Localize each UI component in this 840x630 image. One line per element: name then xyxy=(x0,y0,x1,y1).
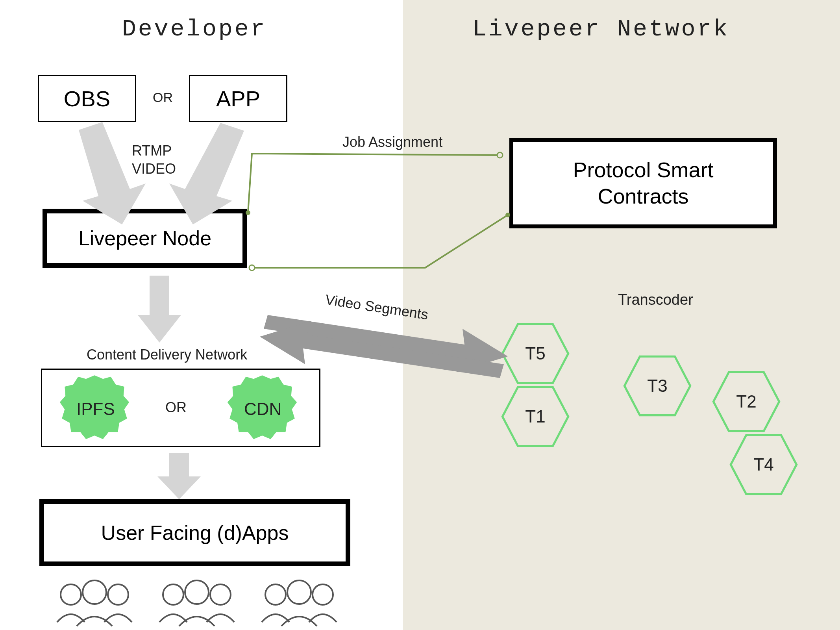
developer-heading: Developer xyxy=(122,16,266,43)
ipfs-label: IPFS xyxy=(76,399,115,419)
svg-point-23 xyxy=(265,584,286,605)
cdn-heading: Content Delivery Network xyxy=(87,346,247,363)
or-top-label: OR xyxy=(153,90,173,105)
user-apps-label: User Facing (d)Apps xyxy=(101,521,289,545)
video-label: VIDEO xyxy=(132,161,176,177)
transcoder-label: Transcoder xyxy=(618,291,693,308)
obs-box: OBS xyxy=(38,75,136,122)
rtmp-label: RTMP xyxy=(132,143,172,159)
cdn-label: CDN xyxy=(244,399,281,419)
transcoder-t2: T2 xyxy=(711,370,782,433)
psc-line1: Protocol Smart xyxy=(573,157,713,183)
or-cdn-label: OR xyxy=(165,399,187,416)
app-box: APP xyxy=(189,75,287,122)
svg-point-24 xyxy=(287,580,311,604)
t5-label: T5 xyxy=(525,344,545,363)
svg-marker-12 xyxy=(138,315,181,343)
transcoder-t4: T4 xyxy=(728,433,799,496)
protocol-smart-contracts-box: Protocol Smart Contracts xyxy=(509,138,777,228)
svg-point-17 xyxy=(61,584,81,605)
app-label: APP xyxy=(216,86,260,111)
svg-rect-13 xyxy=(169,453,189,476)
svg-marker-14 xyxy=(157,476,201,499)
ipfs-badge: IPFS xyxy=(59,372,130,443)
svg-rect-11 xyxy=(150,276,169,315)
t3-label: T3 xyxy=(647,376,667,396)
svg-point-22 xyxy=(210,584,231,605)
network-heading: Livepeer Network xyxy=(472,16,729,43)
psc-line2: Contracts xyxy=(598,183,688,210)
obs-label: OBS xyxy=(64,86,110,111)
t4-label: T4 xyxy=(753,455,773,474)
svg-point-25 xyxy=(313,584,333,605)
svg-point-20 xyxy=(163,584,183,605)
transcoder-t3: T3 xyxy=(622,354,693,417)
user-apps-box: User Facing (d)Apps xyxy=(39,499,350,566)
transcoder-t1: T1 xyxy=(500,385,571,448)
svg-point-21 xyxy=(185,580,209,604)
job-assignment-label: Job Assignment xyxy=(342,134,442,150)
cdn-badge: CDN xyxy=(227,372,298,443)
livepeer-node-box: Livepeer Node xyxy=(43,209,247,268)
t2-label: T2 xyxy=(736,392,756,411)
svg-point-18 xyxy=(83,580,106,604)
network-background xyxy=(403,0,840,630)
svg-point-10 xyxy=(249,265,255,271)
transcoder-t5: T5 xyxy=(500,322,571,385)
t1-label: T1 xyxy=(525,407,545,426)
svg-point-19 xyxy=(108,584,128,605)
livepeer-node-label: Livepeer Node xyxy=(78,226,211,250)
